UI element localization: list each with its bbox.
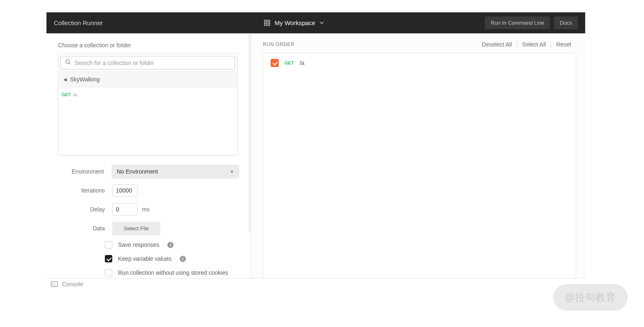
delay-unit: ms xyxy=(142,206,150,213)
data-label: Data xyxy=(58,225,112,232)
deselect-all-link[interactable]: Deselect All xyxy=(477,41,517,48)
console-label: Console xyxy=(62,281,83,288)
header-actions: Run In Command Line Docs xyxy=(485,16,578,29)
info-icon[interactable]: i xyxy=(180,256,186,262)
run-item-checkbox[interactable] xyxy=(271,59,279,67)
workspace-dropdown[interactable]: My Workspace xyxy=(264,19,324,26)
request-path: /a xyxy=(73,92,77,97)
iterations-input[interactable] xyxy=(112,184,138,197)
run-order-title: RUN ORDER xyxy=(263,42,294,47)
environment-label: Environment xyxy=(58,168,111,175)
console-icon xyxy=(51,281,58,287)
no-cookies-label: Run collection without using stored cook… xyxy=(118,269,228,276)
right-panel: RUN ORDER Deselect All Select All Reset … xyxy=(251,34,585,290)
console-bar[interactable]: Console xyxy=(46,278,585,290)
workspace-icon xyxy=(264,20,271,26)
app-title: Collection Runner xyxy=(54,19,103,26)
search-icon xyxy=(65,59,71,67)
run-item[interactable]: GET /a xyxy=(271,59,568,67)
svg-rect-6 xyxy=(51,282,58,287)
left-panel: Choose a collection or folder ◀ SkyWalki… xyxy=(46,34,251,290)
save-responses-checkbox[interactable] xyxy=(105,241,112,248)
scrollbar[interactable] xyxy=(248,34,251,231)
request-method: GET xyxy=(62,92,71,97)
svg-line-5 xyxy=(69,63,71,65)
svg-rect-1 xyxy=(268,20,270,22)
docs-button[interactable]: Docs xyxy=(554,16,578,29)
watermark: @拉勾教育 xyxy=(553,284,628,311)
chevron-down-icon xyxy=(320,21,324,24)
iterations-label: Iterations xyxy=(58,187,112,194)
keep-variable-checkbox[interactable] xyxy=(105,255,112,262)
request-item[interactable]: GET /a xyxy=(61,90,235,99)
run-order-actions: Deselect All Select All Reset xyxy=(477,41,576,48)
header-bar: Collection Runner My Workspace Run In Co… xyxy=(46,12,585,33)
search-input-wrap[interactable] xyxy=(60,56,235,70)
run-item-path: /a xyxy=(300,60,305,66)
save-responses-label: Save responses xyxy=(118,241,159,248)
environment-value: No Environment xyxy=(117,168,158,175)
info-icon[interactable]: i xyxy=(167,242,174,248)
workspace-name: My Workspace xyxy=(275,19,315,26)
svg-point-4 xyxy=(66,60,69,63)
select-file-button[interactable]: Select File xyxy=(112,222,160,235)
search-input[interactable] xyxy=(74,60,231,66)
keep-variable-label: Keep variable values xyxy=(118,255,171,262)
select-all-link[interactable]: Select All xyxy=(517,41,551,48)
delay-label: Delay xyxy=(58,206,112,213)
run-list: GET /a xyxy=(263,53,576,281)
choose-collection-label: Choose a collection or folder xyxy=(58,42,239,49)
breadcrumb-name: SkyWalking xyxy=(70,76,100,83)
caret-down-icon: ▼ xyxy=(230,169,234,174)
svg-rect-3 xyxy=(268,23,270,26)
request-list: GET /a xyxy=(58,87,237,155)
svg-rect-0 xyxy=(264,20,266,22)
run-command-line-button[interactable]: Run In Command Line xyxy=(485,16,550,29)
delay-input[interactable] xyxy=(112,203,138,216)
collection-selector: ◀ SkyWalking GET /a xyxy=(58,53,238,155)
no-cookies-checkbox[interactable] xyxy=(105,269,112,276)
back-caret-icon: ◀ xyxy=(63,77,67,82)
svg-rect-2 xyxy=(264,23,266,26)
environment-select[interactable]: No Environment ▼ xyxy=(111,165,239,179)
run-item-method: GET xyxy=(285,60,294,65)
collection-breadcrumb[interactable]: ◀ SkyWalking xyxy=(58,72,237,87)
reset-link[interactable]: Reset xyxy=(551,41,576,48)
